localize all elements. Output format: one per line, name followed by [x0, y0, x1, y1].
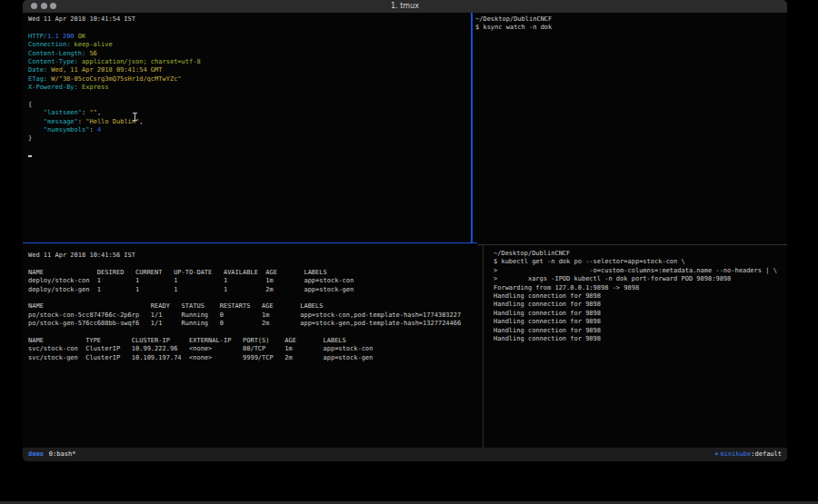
connection-log-line: Handling connection for 9898: [494, 327, 787, 335]
cursor-line: [28, 152, 476, 160]
pane-port-forward[interactable]: ~/Desktop/DublinCNCF $ kubectl get -n do…: [484, 245, 787, 452]
pane-ksync-watch[interactable]: ~/Desktop/DublinCNCF $ ksync watch -n do…: [473, 13, 787, 244]
connection-log-line: Handling connection for 9898: [494, 310, 787, 318]
minimize-window-button[interactable]: [41, 3, 47, 9]
json-open-brace: {: [28, 101, 476, 109]
command-line: $ ksync watch -n dok: [475, 24, 787, 32]
blank-line: [28, 294, 488, 302]
blank-line: [28, 143, 476, 152]
command-line: $ kubectl get -n dok po --selector=app=s…: [494, 258, 787, 266]
http-header-row: Content-Type:application/json; charset=u…: [28, 58, 476, 66]
json-field-row: "message": "Hello Dublin",: [28, 118, 476, 126]
table-row: deploy/stock-con 1 1 1 1 1m app=stock-co…: [28, 277, 488, 285]
connection-log-line: Handling connection for 9898: [494, 318, 787, 326]
working-directory: ~/Desktop/DublinCNCF: [475, 15, 787, 24]
http-header-row: Date:Wed, 11 Apr 2018 09:41:54 GMT: [28, 66, 476, 74]
window-title: 1. tmux: [23, 0, 787, 13]
session-name[interactable]: demo: [28, 448, 44, 461]
close-window-button[interactable]: [31, 3, 37, 9]
http-header-row: ETag:W/"38-05coCsrg3mQ75sHr1d/qcMTwYZc": [28, 75, 476, 84]
connection-log-line: Handling connection for 9898: [494, 335, 787, 343]
table-row: po/stock-con-5cc874766c-2p6rp 1/1 Runnin…: [28, 311, 488, 320]
http-version-code: /1.1 200: [44, 33, 78, 40]
json-field-row: "numsymbols": 4: [28, 126, 476, 134]
http-status-text: OK: [78, 33, 85, 40]
tmux-status-bar: demo 0:bash* ⎈ minikube :default: [23, 448, 787, 461]
command-continuation: > -o=custom-columns=:metadata.name --no-…: [494, 267, 787, 275]
kube-namespace: :default: [751, 448, 782, 461]
services-table-header: NAME TYPE CLUSTER-IP EXTERNAL-IP PORT(S)…: [28, 337, 488, 345]
zoom-window-button[interactable]: [50, 3, 56, 9]
mouse-cursor: [132, 113, 138, 122]
pane-http-response[interactable]: Wed 11 Apr 2018 10:41:54 IST HTTP/1.1 20…: [23, 13, 476, 244]
timestamp-line: Wed 11 Apr 2018 10:41:54 IST: [28, 15, 476, 24]
kube-context: minikube: [721, 448, 752, 461]
terminal-cursor: [28, 155, 32, 157]
connection-log-line: Handling connection for 9898: [494, 292, 787, 301]
http-proto: HTTP: [28, 33, 44, 40]
status-right: ⎈ minikube :default: [714, 448, 782, 461]
http-header-row: Connection:keep-alive: [28, 41, 476, 49]
http-header-row: Content-Length:56: [28, 50, 476, 58]
pane-divider-horizontal-left[interactable]: [23, 242, 477, 244]
pane-kubectl-resources[interactable]: Wed 11 Apr 2018 10:41:56 IST NAME DESIRE…: [23, 245, 488, 454]
window-titlebar[interactable]: 1. tmux: [23, 0, 787, 13]
timestamp-line: Wed 11 Apr 2018 10:41:56 IST: [28, 252, 488, 260]
tmux-terminal: Wed 11 Apr 2018 10:41:54 IST HTTP/1.1 20…: [23, 13, 787, 448]
blank-line: [28, 329, 488, 337]
forwarding-status-line: Forwarding from 127.0.0.1:9898 -> 9898: [494, 284, 787, 292]
table-row: deploy/stock-gen 1 1 1 1 2m app=stock-ge…: [28, 286, 488, 294]
kubernetes-helm-icon: ⎈: [714, 448, 718, 461]
working-directory: ~/Desktop/DublinCNCF: [494, 250, 787, 258]
traffic-lights: [31, 3, 56, 9]
json-field-row: "lastseen": "",: [28, 109, 476, 117]
pods-table-header: NAME READY STATUS RESTARTS AGE LABELS: [28, 302, 488, 311]
blank-line: [28, 260, 488, 268]
http-header-row: X-Powered-By:Express: [28, 84, 476, 92]
http-status-line: HTTP/1.1 200 OK: [28, 33, 476, 41]
connection-log-line: Handling connection for 9898: [494, 301, 787, 309]
json-close-brace: }: [28, 134, 476, 143]
blank-line: [28, 24, 476, 32]
table-row: svc/stock-gen ClusterIP 10.109.197.74 <n…: [28, 354, 488, 362]
table-row: svc/stock-con ClusterIP 10.99.222.96 <no…: [28, 345, 488, 353]
blank-line: [28, 93, 476, 101]
window-tab-bash[interactable]: 0:bash*: [49, 448, 76, 461]
deployments-table-header: NAME DESIRED CURRENT UP-TO-DATE AVAILABL…: [28, 269, 488, 277]
table-row: po/stock-gen-576cc688bb-swqf6 1/1 Runnin…: [28, 320, 488, 328]
terminal-window: 1. tmux Wed 11 Apr 2018 10:41:54 IST HTT…: [23, 0, 787, 461]
command-continuation: > xargs -IPOD kubectl -n dok port-forwar…: [494, 275, 787, 283]
